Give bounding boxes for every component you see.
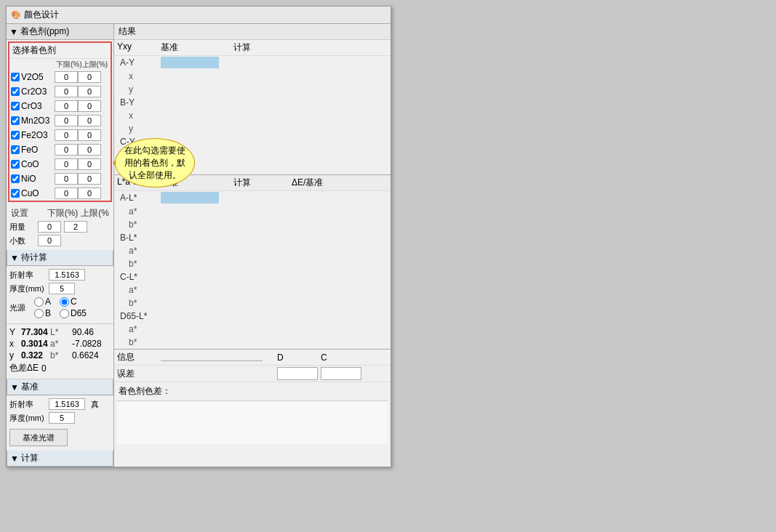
yxy-base-label: 基准: [161, 41, 233, 54]
ay2-label: y: [117, 84, 161, 94]
colorant-label-coo[interactable]: CoO: [11, 159, 55, 169]
base-spectrum-button[interactable]: 基准光谱: [9, 429, 68, 446]
colorant-name-mn2o3: Mn2O3: [21, 116, 49, 126]
colorant-check-mn2o3[interactable]: [11, 116, 20, 125]
lab-calc-label: 计算: [233, 177, 292, 189]
info-row: 信息 D C: [114, 350, 391, 366]
result-row-ay: A-Y: [114, 56, 391, 70]
zheshelvv-row: 折射率: [9, 269, 111, 281]
colorant-label-nio[interactable]: NiO: [11, 174, 55, 184]
radio-C[interactable]: [60, 297, 69, 307]
error-C-input[interactable]: [321, 367, 361, 380]
base-zheshelvv-label: 折射率: [9, 399, 46, 410]
xiaoshu-label: 小数: [9, 235, 35, 246]
left-panel: ▼ 着色剂(ppm) 选择着色剂 下限(%) 上限(%): [7, 24, 114, 467]
colorant-lower-nio[interactable]: [55, 173, 78, 185]
bx-label: x: [117, 110, 161, 121]
lab-delta-label: ΔE/基准: [292, 177, 350, 189]
colorant-label-mn2o3[interactable]: Mn2O3: [11, 116, 55, 126]
colorant-upper-cr2o3[interactable]: [78, 86, 101, 97]
colorant-lower-v2o5[interactable]: [55, 71, 78, 83]
ca-label: a*: [117, 285, 161, 295]
colorant-upper-mn2o3[interactable]: [78, 115, 101, 126]
colorant-lower-cro3[interactable]: [55, 100, 78, 112]
right-panel: 结果 Yxy 基准 计算 A-Y x y: [114, 24, 391, 467]
bl-label: B-L*: [117, 233, 161, 243]
colorant-upper-cuo[interactable]: [78, 188, 101, 199]
colorant-label-cuo[interactable]: CuO: [11, 188, 55, 198]
yongliang-upper-input[interactable]: [64, 221, 87, 233]
zheshelvv-input[interactable]: [49, 269, 85, 281]
colorant-upper-fe2o3[interactable]: [78, 129, 101, 141]
colorant-upper-v2o5[interactable]: [78, 71, 101, 83]
palette-icon: 🎨: [11, 10, 21, 20]
base-houdu-label: 厚度(mm): [9, 413, 46, 424]
colorant-name-coo: CoO: [21, 159, 39, 169]
colorant-upper-coo[interactable]: [78, 158, 101, 170]
colorant-label-fe2o3[interactable]: Fe2O3: [11, 130, 55, 140]
colorant-check-nio[interactable]: [11, 174, 20, 183]
colorant-lower-fe2o3[interactable]: [55, 129, 78, 141]
filter-label: 着色剂(ppm): [20, 25, 69, 38]
colorant-label-cr2o3[interactable]: Cr2O3: [11, 86, 55, 97]
colorant-check-feo[interactable]: [11, 145, 20, 154]
cl-label: C-L*: [117, 272, 161, 282]
error-D-input[interactable]: [277, 367, 318, 380]
b-label: b*: [50, 350, 72, 360]
Y-row: Y 77.304 L* 90.46: [9, 327, 111, 337]
colorant-check-cr2o3[interactable]: [11, 87, 20, 96]
main-window: 🎨 颜色设计 ▼ 着色剂(ppm) 选择着色剂 下限(%): [6, 6, 391, 467]
xiaoshu-input[interactable]: [38, 235, 61, 246]
radio-C-text: C: [71, 297, 77, 307]
colorant-check-coo[interactable]: [11, 160, 20, 169]
b-value: 0.6624: [72, 350, 112, 360]
colorant-lower-feo[interactable]: [55, 144, 78, 156]
colorant-lower-cuo[interactable]: [55, 188, 78, 199]
error-label: 误差: [117, 368, 161, 380]
title-bar: 🎨 颜色设计: [7, 7, 391, 24]
calc-header[interactable]: ▼ 待计算: [7, 250, 113, 266]
calc-bottom-header[interactable]: ▼ 计算: [7, 451, 113, 467]
colorant-label-feo[interactable]: FeO: [11, 145, 55, 155]
colorant-upper-cro3[interactable]: [78, 100, 101, 112]
zhen-label: 真: [91, 399, 99, 410]
colorant-check-cro3[interactable]: [11, 102, 20, 110]
colorant-check-v2o5[interactable]: [11, 73, 20, 81]
radio-group-left: A B: [34, 297, 51, 318]
radio-D65[interactable]: [60, 309, 69, 318]
radio-C-label[interactable]: C: [60, 297, 87, 307]
result-row-bl: B-L*: [114, 231, 391, 244]
colorant-upper-feo[interactable]: [78, 144, 101, 156]
colorant-lower-coo[interactable]: [55, 158, 78, 170]
colorant-lower-mn2o3[interactable]: [55, 115, 78, 126]
radio-A[interactable]: [34, 297, 44, 307]
L-label: L*: [50, 327, 72, 337]
result-row-ab: b*: [114, 218, 391, 231]
colorant-row-cuo: CuO: [9, 186, 111, 201]
result-row-da: a*: [114, 323, 391, 336]
colorant-lower-cr2o3[interactable]: [55, 86, 78, 97]
D-label: D: [277, 352, 321, 363]
radio-D65-label[interactable]: D65: [60, 308, 87, 318]
houdu-input[interactable]: [49, 283, 75, 294]
radio-B-label[interactable]: B: [34, 308, 51, 318]
radio-B[interactable]: [34, 309, 44, 318]
colorant-label-v2o5[interactable]: V2O5: [11, 72, 55, 82]
result-row-bb: b*: [114, 257, 391, 270]
base-header[interactable]: ▼ 基准: [7, 379, 113, 395]
colorant-name-cr2o3: Cr2O3: [21, 86, 47, 97]
by2-label: y: [117, 124, 161, 134]
base-zheshelvv-input[interactable]: [49, 398, 85, 410]
ay-label: A-Y: [117, 57, 161, 68]
colorant-label-cro3[interactable]: CrO3: [11, 101, 55, 111]
yongliang-lower-input[interactable]: [38, 221, 61, 233]
colorant-check-fe2o3[interactable]: [11, 131, 20, 140]
colorant-name-feo: FeO: [21, 145, 38, 155]
colorant-check-cuo[interactable]: [11, 189, 20, 198]
radio-A-label[interactable]: A: [34, 297, 51, 307]
result-row-aa: a*: [114, 205, 391, 218]
result-row-al: A-L*: [114, 191, 391, 205]
base-houdu-input[interactable]: [49, 412, 75, 424]
ba-label: a*: [117, 246, 161, 256]
colorant-upper-nio[interactable]: [78, 173, 101, 185]
